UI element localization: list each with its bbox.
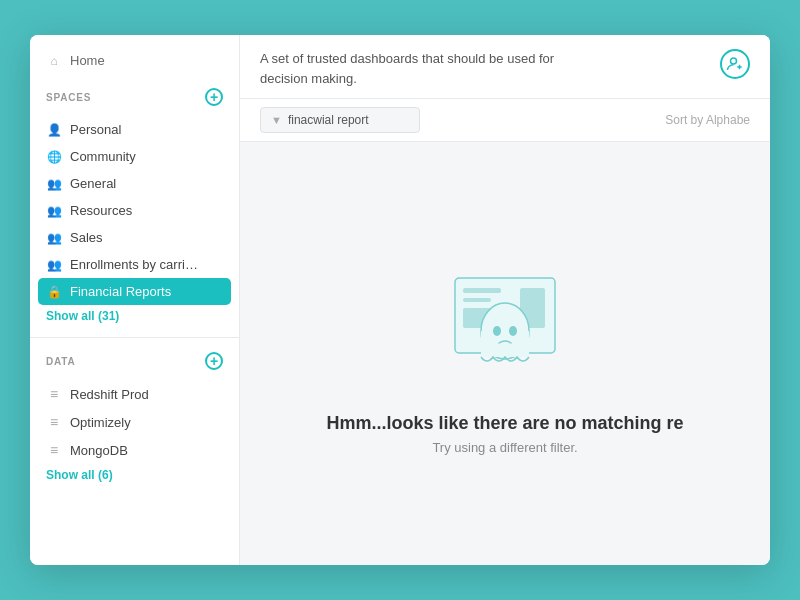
data-section: DATA + xyxy=(30,342,239,380)
db-icon-1: ≡ xyxy=(46,386,62,402)
empty-state: Hmm...looks like there are no matching r… xyxy=(240,142,770,565)
sidebar-item-mongodb[interactable]: ≡ MongoDB xyxy=(38,436,231,464)
sidebar-item-general[interactable]: 👥 General xyxy=(38,170,231,197)
lock-icon: 🔒 xyxy=(46,285,62,299)
db-icon-2: ≡ xyxy=(46,414,62,430)
add-data-button[interactable]: + xyxy=(205,352,223,370)
sidebar-item-community[interactable]: 🌐 Community xyxy=(38,143,231,170)
empty-subtitle: Try using a different filter. xyxy=(432,440,577,455)
people-icon: 👥 xyxy=(46,177,62,191)
people-icon-4: 👥 xyxy=(46,258,62,272)
people-icon-2: 👥 xyxy=(46,204,62,218)
sidebar-item-label: General xyxy=(70,176,116,191)
home-label: Home xyxy=(70,53,105,68)
svg-rect-9 xyxy=(481,331,529,357)
db-icon-3: ≡ xyxy=(46,442,62,458)
ghost-illustration xyxy=(425,253,585,393)
main-content: A set of trusted dashboards that should … xyxy=(240,35,770,565)
main-header: A set of trusted dashboards that should … xyxy=(240,35,770,99)
sidebar-item-label: MongoDB xyxy=(70,443,128,458)
sidebar-divider xyxy=(30,337,239,338)
svg-rect-4 xyxy=(463,288,501,293)
person-icon: 👤 xyxy=(46,123,62,137)
sidebar-item-label: Redshift Prod xyxy=(70,387,149,402)
header-description: A set of trusted dashboards that should … xyxy=(260,49,600,88)
sidebar-item-redshift[interactable]: ≡ Redshift Prod xyxy=(38,380,231,408)
home-icon: ⌂ xyxy=(46,54,62,68)
spaces-section-title: SPACES xyxy=(46,92,91,103)
sidebar-item-label: Resources xyxy=(70,203,132,218)
sidebar-item-enrollments[interactable]: 👥 Enrollments by carrier for AD a... xyxy=(38,251,231,278)
spaces-section-header: SPACES + xyxy=(46,88,223,106)
svg-rect-5 xyxy=(463,298,491,302)
sidebar-item-label: Financial Reports xyxy=(70,284,171,299)
spaces-list: 👤 Personal 🌐 Community 👥 General 👥 Resou… xyxy=(30,116,239,305)
data-show-all[interactable]: Show all (6) xyxy=(30,464,239,492)
svg-point-10 xyxy=(493,326,501,336)
sidebar-item-label: Personal xyxy=(70,122,121,137)
sidebar-item-personal[interactable]: 👤 Personal xyxy=(38,116,231,143)
filter-bar: ▼ finacwial report Sort by Alphabe xyxy=(240,99,770,142)
add-user-icon xyxy=(726,55,744,73)
data-list: ≡ Redshift Prod ≡ Optimizely ≡ MongoDB xyxy=(30,380,239,464)
add-space-button[interactable]: + xyxy=(205,88,223,106)
svg-point-11 xyxy=(509,326,517,336)
app-window: ⌂ Home SPACES + 👤 Personal 🌐 Community 👥… xyxy=(30,35,770,565)
sidebar-item-resources[interactable]: 👥 Resources xyxy=(38,197,231,224)
people-icon-3: 👥 xyxy=(46,231,62,245)
sidebar-item-optimizely[interactable]: ≡ Optimizely xyxy=(38,408,231,436)
spaces-section: SPACES + xyxy=(30,78,239,116)
spaces-show-all[interactable]: Show all (31) xyxy=(30,305,239,333)
sidebar-item-financial-reports[interactable]: 🔒 Financial Reports xyxy=(38,278,231,305)
sidebar-item-label: Optimizely xyxy=(70,415,131,430)
sidebar-home[interactable]: ⌂ Home xyxy=(30,35,239,78)
sidebar: ⌂ Home SPACES + 👤 Personal 🌐 Community 👥… xyxy=(30,35,240,565)
empty-title: Hmm...looks like there are no matching r… xyxy=(326,413,683,434)
sort-label: Sort by Alphabe xyxy=(665,113,750,127)
add-user-button[interactable] xyxy=(720,49,750,79)
filter-icon: ▼ xyxy=(271,114,282,126)
globe-icon: 🌐 xyxy=(46,150,62,164)
data-section-header: DATA + xyxy=(46,352,223,370)
sidebar-item-label: Sales xyxy=(70,230,103,245)
sidebar-item-sales[interactable]: 👥 Sales xyxy=(38,224,231,251)
header-actions xyxy=(720,49,750,79)
sidebar-item-label: Enrollments by carrier for AD a... xyxy=(70,257,200,272)
svg-point-0 xyxy=(731,58,737,64)
data-section-title: DATA xyxy=(46,356,76,367)
sidebar-item-label: Community xyxy=(70,149,136,164)
filter-value: finacwial report xyxy=(288,113,369,127)
filter-input-wrap[interactable]: ▼ finacwial report xyxy=(260,107,420,133)
